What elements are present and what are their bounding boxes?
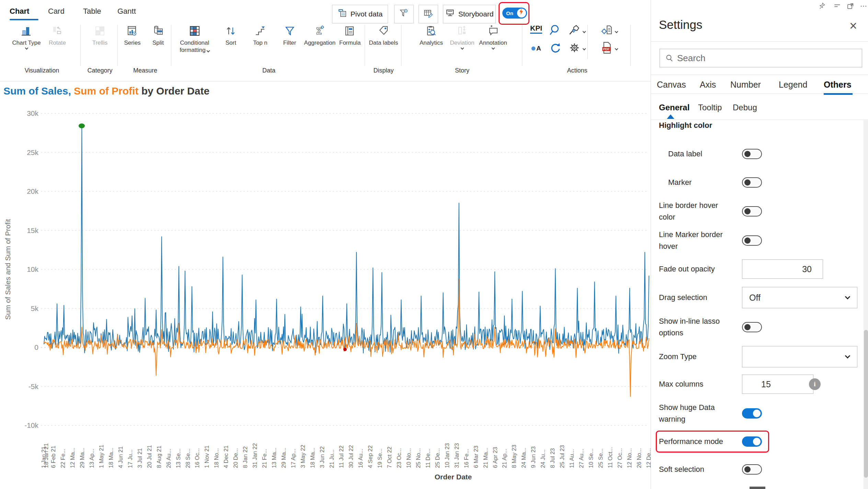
annotation-button[interactable]: Annotation xyxy=(478,25,509,49)
settings-doc-button[interactable] xyxy=(600,24,618,38)
toggle-data-label[interactable] xyxy=(742,149,762,159)
tab-gantt[interactable]: Gantt xyxy=(117,7,136,16)
format-painter-icon xyxy=(568,24,581,38)
select-drag-selection[interactable]: Off xyxy=(742,287,857,308)
lightning-icon xyxy=(516,7,527,19)
toggle-soft-selection[interactable] xyxy=(742,464,762,475)
y-tick-label: 0 xyxy=(34,343,38,351)
toggle-line-border-hover-color[interactable] xyxy=(742,206,762,216)
on-toggle[interactable]: On xyxy=(502,8,527,19)
filter-pin-button[interactable] xyxy=(394,5,414,23)
settings-subtab-tooltip[interactable]: Tooltip xyxy=(698,103,722,112)
x-tick-label: 6 Feb 21 xyxy=(50,446,56,468)
tab-table[interactable]: Table xyxy=(83,7,101,16)
line-chart[interactable]: 30k25k20k15k10k5k0-5k-10kSum of Sales an… xyxy=(0,103,651,489)
x-tick-label: 6 Mar 23 xyxy=(473,446,479,468)
x-tick-label: 12 Ma... xyxy=(69,447,76,468)
x-tick-label: 8 Jan 22 xyxy=(242,446,248,468)
select-zoom-type[interactable] xyxy=(742,346,857,367)
settings-subtab-debug[interactable]: Debug xyxy=(733,103,757,112)
align-lines-icon[interactable] xyxy=(833,2,842,11)
kpi-button[interactable]: KPI xyxy=(530,24,542,34)
toggle-line-marker-border-hover[interactable] xyxy=(742,235,762,246)
pdf-export-button[interactable]: PDF xyxy=(600,41,618,56)
on-toggle-label: On xyxy=(506,10,513,16)
format-painter-button[interactable] xyxy=(568,24,585,38)
ribbon-item-label: Series xyxy=(124,39,140,46)
storyboard-button[interactable]: Storyboard xyxy=(443,5,496,23)
settings-tab-others[interactable]: Others xyxy=(824,80,852,90)
formula-button[interactable]: Formula xyxy=(335,25,365,46)
gear-button[interactable] xyxy=(568,41,585,56)
setting-label: Show in-line lasso options xyxy=(659,315,736,339)
series-sum-of-profit[interactable] xyxy=(44,280,649,397)
tab-chart[interactable]: Chart xyxy=(10,7,29,16)
more-icon[interactable] xyxy=(859,2,868,11)
aggregation-button[interactable]: ΣAggregation xyxy=(304,25,335,46)
pivot-table-icon xyxy=(338,8,348,20)
analytics-button[interactable]: Analytics xyxy=(416,25,447,46)
settings-tab-legend[interactable]: Legend xyxy=(779,80,807,90)
table-edit-button[interactable] xyxy=(419,5,438,23)
svg-text:Σ: Σ xyxy=(316,26,322,36)
chart-type-button[interactable]: Chart Type xyxy=(11,25,42,49)
group-divider xyxy=(171,25,171,66)
conditional-formatting-button[interactable]: Conditional formatting xyxy=(173,25,216,54)
chevron-down-icon xyxy=(615,30,618,33)
x-tick-label: 26 Au... xyxy=(165,449,172,468)
conditional-formatting-icon xyxy=(189,25,201,38)
input-max-columns[interactable]: 15 xyxy=(742,375,813,394)
x-tick-label: 18 Ma... xyxy=(108,447,114,468)
ribbon-item-label: Trellis xyxy=(92,39,108,46)
zoom-search-icon xyxy=(549,24,562,38)
input-fade-out-opacity[interactable]: 30 xyxy=(742,259,823,279)
settings-tab-canvas[interactable]: Canvas xyxy=(657,80,686,90)
setting-label: Show huge Data warning xyxy=(659,402,736,425)
pivot-data-button[interactable]: Pivot data xyxy=(332,5,388,23)
close-icon[interactable]: × xyxy=(849,20,857,32)
x-tick-label: 8 Aug 21 xyxy=(156,446,162,468)
settings-panel: Settings × Search CanvasAxisNumberLegend… xyxy=(651,0,868,489)
x-tick-label: 20 De... xyxy=(232,448,239,468)
red-point-marker[interactable] xyxy=(343,348,347,351)
tab-card[interactable]: Card xyxy=(48,7,65,16)
refresh-icon xyxy=(549,41,562,56)
settings-row-max-columns: Max columns15i xyxy=(651,370,857,398)
ribbon-item-label: Aggregation xyxy=(304,39,336,46)
toggle-show-huge-data-warning[interactable] xyxy=(742,408,762,419)
scrollbar-thumb[interactable] xyxy=(864,330,868,478)
x-tick-label: 13 Ap... xyxy=(89,449,95,468)
pin-icon[interactable] xyxy=(818,2,827,11)
toggle-performance-mode[interactable] xyxy=(742,436,762,447)
formula-icon xyxy=(344,25,356,38)
info-icon[interactable]: i xyxy=(809,378,821,390)
split-button[interactable]: Split xyxy=(145,25,171,46)
green-peak-marker[interactable] xyxy=(79,123,85,128)
settings-tab-axis[interactable]: Axis xyxy=(700,80,716,90)
toggle-marker[interactable] xyxy=(742,177,762,188)
active-tab-underline xyxy=(824,93,853,95)
settings-tab-number[interactable]: Number xyxy=(730,80,761,90)
highlight-a-button[interactable]: A xyxy=(530,41,543,56)
series-sum-of-sales[interactable] xyxy=(44,126,649,353)
chart-title-rest: by Order Date xyxy=(138,85,209,97)
x-tick-label: 10 Jan 23 xyxy=(444,443,450,468)
top-n-button[interactable]: Top n xyxy=(245,25,275,46)
toggle-show-in-line-lasso-options[interactable] xyxy=(742,322,762,332)
scrollbar-track[interactable] xyxy=(864,120,868,489)
refresh-button[interactable] xyxy=(549,41,562,56)
x-tick-label: 11 De... xyxy=(425,448,431,468)
settings-search-input[interactable]: Search xyxy=(660,49,862,67)
x-axis-title: Order Date xyxy=(435,473,472,481)
y-tick-label: -5k xyxy=(28,382,39,390)
ribbon-item-label: Top n xyxy=(253,39,267,46)
popout-icon[interactable] xyxy=(846,2,855,11)
zoom-search-button[interactable] xyxy=(549,24,562,38)
data-labels-button[interactable]: Data labels xyxy=(368,25,399,46)
series-button[interactable]: Series xyxy=(119,25,145,46)
group-label: Data xyxy=(173,67,365,74)
sort-button[interactable]: Sort xyxy=(216,25,246,46)
filter-button[interactable]: Filter xyxy=(275,25,305,46)
settings-subtab-general[interactable]: General xyxy=(659,103,689,112)
x-tick-label: 25 De... xyxy=(434,448,441,468)
